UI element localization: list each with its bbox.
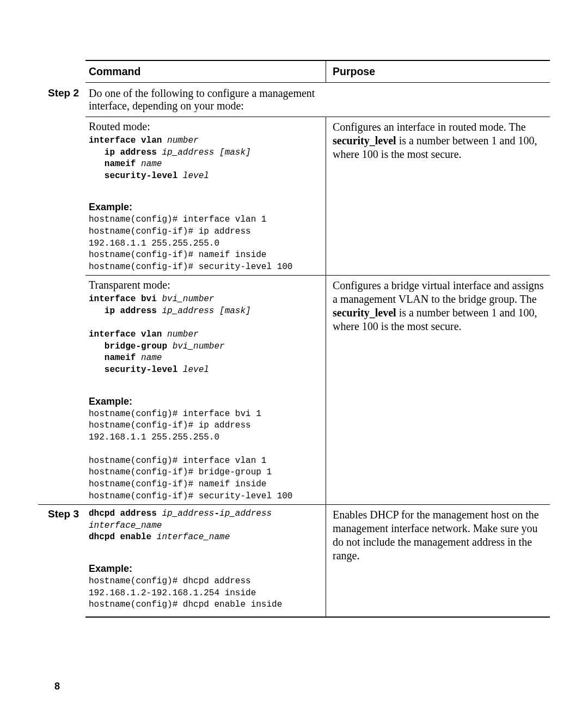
step2-intro: Do one of the following to configure a m… [85, 83, 326, 117]
step2-routed-command: Routed mode: interface vlan number ip ad… [85, 117, 326, 276]
step2-intro-row: Step 2 Do one of the following to config… [38, 83, 550, 117]
step3-command: dhcpd address ip_address-ip_address inte… [85, 505, 326, 617]
transparent-purpose-pre: Configures a bridge virtual interface an… [333, 279, 544, 305]
step3-syntax: dhcpd address ip_address-ip_address inte… [89, 508, 320, 544]
step3-label: Step 3 [38, 505, 85, 617]
routed-example-label: Example: [89, 202, 320, 213]
page-number: 8 [54, 681, 60, 692]
step2-label: Step 2 [38, 83, 85, 117]
transparent-syntax: interface bvi bvi_number ip address ip_a… [89, 294, 320, 376]
routed-purpose-bold: security_level [333, 135, 396, 147]
step3-purpose-text: Enables DHCP for the management host on … [333, 509, 539, 562]
procedure-table: Command Purpose Step 2 Do one of the fol… [38, 60, 550, 618]
step2-routed-row: Routed mode: interface vlan number ip ad… [38, 117, 550, 276]
step2-transparent-command: Transparent mode: interface bvi bvi_numb… [85, 276, 326, 505]
transparent-purpose-bold: security_level [333, 307, 396, 319]
routed-title: Routed mode: [89, 120, 320, 133]
step2-routed-purpose: Configures an interface in routed mode. … [326, 117, 550, 276]
transparent-example-label: Example: [89, 396, 320, 407]
transparent-example: hostname(config)# interface bvi 1 hostna… [89, 408, 320, 503]
routed-example: hostname(config)# interface vlan 1 hostn… [89, 214, 320, 273]
table-header-row: Command Purpose [38, 60, 550, 83]
header-command: Command [85, 60, 326, 83]
routed-syntax: interface vlan number ip address ip_addr… [89, 135, 320, 182]
step2-transparent-row: Transparent mode: interface bvi bvi_numb… [38, 276, 550, 505]
step3-example: hostname(config)# dhcpd address 192.168.… [89, 576, 320, 611]
routed-purpose-pre: Configures an interface in routed mode. … [333, 121, 526, 133]
step3-example-label: Example: [89, 563, 320, 575]
step2-transparent-purpose: Configures a bridge virtual interface an… [326, 276, 550, 505]
step2-intro-text: Do one of the following to configure a m… [89, 87, 315, 112]
header-purpose: Purpose [326, 60, 550, 83]
step3-row: Step 3 dhcpd address ip_address-ip_addre… [38, 505, 550, 617]
transparent-title: Transparent mode: [89, 279, 320, 291]
step3-purpose: Enables DHCP for the management host on … [326, 505, 550, 617]
